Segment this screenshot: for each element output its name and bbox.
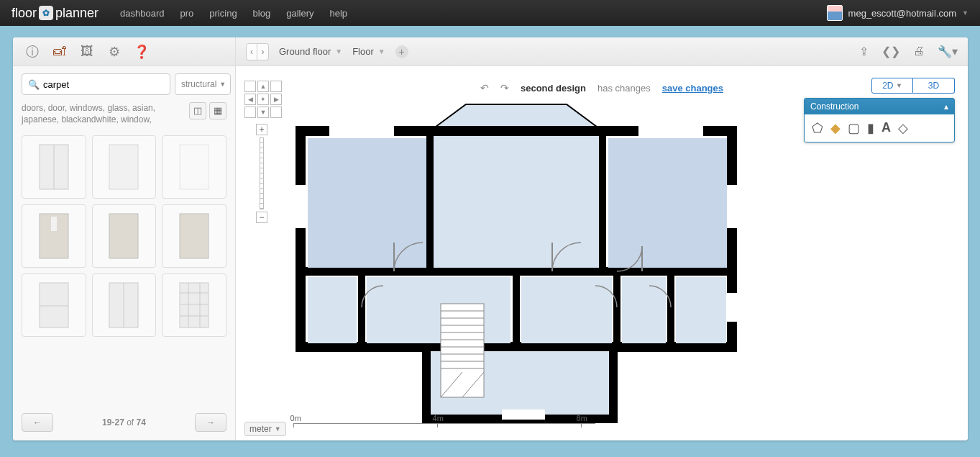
user-email: meg_escott@hotmail.com: [848, 8, 956, 19]
svg-rect-41: [502, 410, 545, 420]
bottom-ruler: meter▼ 0m 4m 8m: [244, 422, 953, 436]
svg-rect-34: [622, 277, 666, 343]
sofa-icon[interactable]: 🛋: [50, 42, 69, 61]
view-2d-toggle[interactable]: ▦: [209, 102, 226, 119]
svg-marker-18: [430, 104, 603, 142]
export-icon[interactable]: ⇪: [859, 45, 869, 58]
undo-button[interactable]: ↶: [480, 82, 489, 94]
library-item[interactable]: [162, 135, 226, 199]
logo[interactable]: floor ✿ planner: [12, 6, 99, 21]
search-input[interactable]: [43, 79, 164, 90]
svg-rect-31: [308, 277, 357, 343]
svg-rect-32: [367, 277, 510, 343]
pan-ne[interactable]: [270, 81, 282, 92]
svg-rect-5: [51, 217, 57, 231]
canvas-area: ‹ › Ground floor▼ Floor▼ + ⇪ ❮❯ 🖨 🔧▾ ↶ ↷…: [236, 37, 968, 440]
svg-rect-7: [180, 214, 209, 258]
logo-icon: ✿: [39, 6, 53, 20]
share-icon[interactable]: ❮❯: [881, 45, 900, 58]
pan-w[interactable]: ◀: [244, 94, 256, 105]
pan-n[interactable]: ▲: [257, 81, 269, 92]
floor-dropdown[interactable]: Floor▼: [352, 46, 385, 57]
nav-dashboard[interactable]: dashboard: [120, 8, 164, 19]
design-status-bar: ↶ ↷ second design has changes save chang…: [480, 82, 723, 94]
pan-control: ▲ ◀ ✦ ▶ ▼: [244, 81, 282, 118]
library-pager: ← 19-27 of 74 →: [13, 406, 235, 440]
svg-rect-29: [434, 138, 599, 268]
library-item[interactable]: [22, 273, 86, 337]
next-page-button[interactable]: →: [195, 413, 226, 432]
save-link[interactable]: save changes: [662, 83, 723, 94]
user-menu[interactable]: meg_escott@hotmail.com ▼: [827, 5, 968, 21]
canvas-toolbar: ‹ › Ground floor▼ Floor▼ + ⇪ ❮❯ 🖨 🔧▾: [236, 37, 968, 66]
svg-rect-28: [308, 138, 426, 268]
print-icon[interactable]: 🖨: [913, 45, 925, 58]
changes-label: has changes: [597, 83, 651, 94]
pan-nw[interactable]: [244, 81, 256, 92]
sidebar-toolbar: ⓘ 🛋 🖼 ⚙ ❓: [13, 37, 235, 66]
zoom-slider[interactable]: [260, 137, 264, 209]
help-icon[interactable]: ❓: [132, 42, 151, 61]
category-label: structural: [181, 79, 216, 89]
view-3d-toggle[interactable]: ◫: [189, 102, 206, 119]
chevron-down-icon: ▼: [962, 9, 968, 17]
avatar-icon: [827, 5, 843, 21]
svg-rect-6: [109, 214, 138, 258]
info-icon[interactable]: ⓘ: [23, 42, 42, 61]
nav-links: dashboard pro pricing blog gallery help: [120, 8, 827, 19]
redo-button[interactable]: ↷: [500, 82, 509, 94]
view-toggle: 2D ▼ 3D: [871, 78, 955, 94]
svg-rect-30: [608, 138, 727, 268]
tag-row: doors, door, windows, glass, asian, japa…: [13, 102, 235, 130]
svg-rect-35: [676, 277, 726, 343]
pan-s[interactable]: ▼: [257, 107, 269, 118]
search-box: 🔍: [22, 73, 170, 95]
floorplan-canvas[interactable]: [286, 99, 961, 426]
library-grid: [13, 130, 235, 343]
ruler-scale: 0m 4m 8m: [293, 423, 595, 435]
svg-rect-8: [40, 283, 68, 327]
next-button[interactable]: ›: [257, 43, 269, 60]
unit-dropdown[interactable]: meter▼: [244, 422, 286, 436]
library-item[interactable]: [22, 135, 86, 199]
library-item[interactable]: [22, 204, 86, 268]
view-3d-button[interactable]: 3D: [913, 78, 955, 94]
nav-pricing[interactable]: pricing: [209, 8, 237, 19]
top-nav: floor ✿ planner dashboard pro pricing bl…: [0, 0, 980, 26]
tools-icon[interactable]: ⚙: [105, 42, 124, 61]
view-2d-button[interactable]: 2D ▼: [871, 78, 913, 94]
svg-rect-12: [180, 283, 209, 327]
nav-pro[interactable]: pro: [180, 8, 194, 19]
sidebar-search-row: 🔍 structural ▼: [13, 66, 235, 102]
zoom-control: + −: [255, 124, 269, 223]
prev-page-button[interactable]: ←: [22, 413, 53, 432]
nav-help[interactable]: help: [329, 8, 347, 19]
library-item[interactable]: [92, 204, 157, 268]
add-floor-button[interactable]: +: [395, 45, 408, 58]
design-name: second design: [521, 83, 586, 94]
canvas-right-tools: ⇪ ❮❯ 🖨 🔧▾: [859, 45, 958, 58]
prev-button[interactable]: ‹: [246, 43, 257, 60]
nav-blog[interactable]: blog: [253, 8, 271, 19]
pan-sw[interactable]: [244, 107, 256, 118]
nav-gallery[interactable]: gallery: [286, 8, 313, 19]
svg-rect-39: [727, 185, 737, 228]
zoom-out-button[interactable]: −: [256, 212, 267, 223]
wrench-icon[interactable]: 🔧▾: [938, 45, 958, 58]
library-item[interactable]: [92, 135, 157, 199]
library-item[interactable]: [162, 204, 226, 268]
svg-rect-2: [109, 145, 138, 189]
library-item[interactable]: [92, 273, 157, 337]
tag-list[interactable]: doors, door, windows, glass, asian, japa…: [22, 102, 165, 125]
pan-se[interactable]: [270, 107, 282, 118]
zoom-in-button[interactable]: +: [256, 124, 267, 135]
search-icon: 🔍: [28, 79, 40, 90]
svg-rect-33: [521, 277, 612, 343]
library-item[interactable]: [162, 273, 226, 337]
photo-icon[interactable]: 🖼: [78, 42, 96, 61]
pan-center[interactable]: ✦: [257, 94, 269, 105]
ground-floor-dropdown[interactable]: Ground floor▼: [279, 46, 342, 57]
category-dropdown[interactable]: structural ▼: [175, 73, 231, 95]
pan-e[interactable]: ▶: [270, 94, 282, 105]
logo-pre: floor: [12, 6, 37, 21]
